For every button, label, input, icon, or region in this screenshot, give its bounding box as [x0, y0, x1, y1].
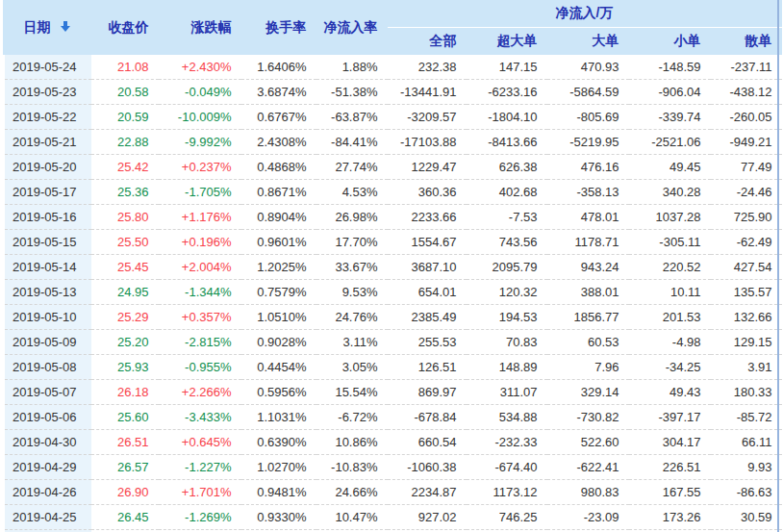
table-row[interactable]: 2019-05-2122.88-9.992%2.4308%-84.41%-171… [3, 130, 782, 155]
cell-close: 26.51 [91, 430, 159, 455]
cell-close: 26.18 [91, 380, 159, 405]
cell-super-large: -8413.66 [467, 130, 547, 155]
cell-super-large: 120.32 [467, 280, 547, 305]
cell-turnover: 3.6874% [241, 80, 316, 105]
cell-all: 2233.66 [388, 205, 467, 230]
cell-close: 21.08 [91, 55, 159, 80]
table-row[interactable]: 2019-05-1425.45+2.004%1.2025%33.67%3687.… [3, 255, 782, 280]
table-row[interactable]: 2019-05-0925.20-2.815%0.9028%3.11%255.53… [3, 330, 782, 355]
table-row[interactable]: 2019-04-2626.90+1.701%0.9481%24.66%2234.… [3, 480, 782, 505]
cell-large: 1856.77 [547, 305, 629, 330]
cell-change: +0.357% [159, 305, 241, 330]
cell-super-large: 2095.79 [467, 255, 547, 280]
table-row[interactable]: 2019-05-2220.59-10.009%0.6767%-63.87%-32… [3, 105, 782, 130]
table-row[interactable]: 2019-05-0726.18+2.266%0.5956%15.54%869.9… [3, 380, 782, 405]
cell-small: 173.26 [629, 505, 711, 530]
column-header-date[interactable]: 日期 [3, 0, 91, 55]
column-header-large[interactable]: 大单 [547, 28, 629, 56]
table-row[interactable]: 2019-05-1025.29+0.357%1.0510%24.76%2385.… [3, 305, 782, 330]
cell-super-large: 194.53 [467, 305, 547, 330]
cell-inflow-rate: 17.70% [316, 230, 388, 255]
cell-super-large: 626.38 [467, 155, 547, 180]
cell-large: 943.24 [547, 255, 629, 280]
table-row[interactable]: 2019-05-2320.58-0.049%3.6874%-51.38%-134… [3, 80, 782, 105]
table-row[interactable]: 2019-04-2526.45-1.269%0.9330%10.47%927.0… [3, 505, 782, 530]
table-row[interactable]: 2019-05-1725.36-1.705%0.8671%4.53%360.36… [3, 180, 782, 205]
cell-super-large: 743.56 [467, 230, 547, 255]
cell-inflow-rate: -51.38% [316, 80, 388, 105]
cell-small: 167.55 [629, 480, 711, 505]
cell-close: 25.45 [91, 255, 159, 280]
cell-date: 2019-05-20 [3, 155, 91, 180]
cell-change: +1.176% [159, 205, 241, 230]
table-row[interactable]: 2019-04-2926.57-1.227%1.0270%-10.83%-106… [3, 455, 782, 480]
cell-inflow-rate: 26.98% [316, 205, 388, 230]
cell-date: 2019-05-15 [3, 230, 91, 255]
cell-inflow-rate: 33.67% [316, 255, 388, 280]
cell-large: 522.60 [547, 430, 629, 455]
cell-super-large: 534.88 [467, 405, 547, 430]
cell-all: 654.01 [388, 280, 467, 305]
cell-scattered: 180.33 [711, 380, 782, 405]
cell-all: -13441.91 [388, 80, 467, 105]
cell-date: 2019-04-26 [3, 480, 91, 505]
table-row[interactable]: 2019-05-0625.60-3.433%1.1031%-6.72%-678.… [3, 405, 782, 430]
cell-large: 980.83 [547, 480, 629, 505]
cell-super-large: 746.25 [467, 505, 547, 530]
cell-change: -0.955% [159, 355, 241, 380]
table-row[interactable]: 2019-04-3026.51+0.645%0.6390%10.86%660.5… [3, 430, 782, 455]
cell-large: -805.69 [547, 105, 629, 130]
column-header-change[interactable]: 涨跌幅 [159, 0, 241, 55]
cell-small: -339.74 [629, 105, 711, 130]
cell-small: -906.04 [629, 80, 711, 105]
cell-all: 927.02 [388, 505, 467, 530]
cell-inflow-rate: 24.66% [316, 480, 388, 505]
cell-scattered: -24.46 [711, 180, 782, 205]
cell-date: 2019-05-13 [3, 280, 91, 305]
cell-close: 25.50 [91, 230, 159, 255]
column-header-super-large[interactable]: 超大单 [467, 28, 547, 56]
cell-small: 220.52 [629, 255, 711, 280]
cell-small: -305.11 [629, 230, 711, 255]
cell-inflow-rate: -10.83% [316, 455, 388, 480]
fund-flow-data-table: 日期 收盘价 涨跌幅 换手率 净流入率 净流入/万 全部 超大单 大单 小单 散… [0, 0, 782, 532]
cell-super-large: 311.07 [467, 380, 547, 405]
cell-small: 340.28 [629, 180, 711, 205]
cell-change: -10.009% [159, 105, 241, 130]
cell-small: -148.59 [629, 55, 711, 80]
cell-inflow-rate: 1.88% [316, 55, 388, 80]
column-header-small[interactable]: 小单 [629, 28, 711, 56]
table-row[interactable]: 2019-05-0825.93-0.955%0.4454%3.05%126.51… [3, 355, 782, 380]
column-header-date-label: 日期 [24, 19, 51, 35]
table-row[interactable]: 2019-05-1324.95-1.344%0.7579%9.53%654.01… [3, 280, 782, 305]
window-right-border [777, 0, 779, 532]
cell-super-large: -232.33 [467, 430, 547, 455]
cell-small: 201.53 [629, 305, 711, 330]
cell-inflow-rate: 9.53% [316, 280, 388, 305]
column-header-scattered[interactable]: 散单 [711, 28, 782, 56]
cell-turnover: 0.7579% [241, 280, 316, 305]
column-header-inflow-rate[interactable]: 净流入率 [316, 0, 388, 55]
sort-descending-icon[interactable] [61, 21, 70, 33]
cell-scattered: 129.15 [711, 330, 782, 355]
cell-small: 304.17 [629, 430, 711, 455]
cell-change: -0.049% [159, 80, 241, 105]
column-header-close[interactable]: 收盘价 [91, 0, 159, 55]
table-row[interactable]: 2019-05-2025.42+0.237%0.4868%27.74%1229.… [3, 155, 782, 180]
cell-inflow-rate: 10.86% [316, 430, 388, 455]
table-row[interactable]: 2019-05-1525.50+0.196%0.9601%17.70%1554.… [3, 230, 782, 255]
table-row[interactable]: 2019-05-1625.80+1.176%0.8904%26.98%2233.… [3, 205, 782, 230]
cell-change: -1.269% [159, 505, 241, 530]
cell-date: 2019-05-24 [3, 55, 91, 80]
cell-large: 478.01 [547, 205, 629, 230]
table-body: 2019-05-2421.08+2.430%1.6406%1.88%232.38… [3, 55, 782, 532]
cell-change: +0.645% [159, 430, 241, 455]
cell-date: 2019-05-16 [3, 205, 91, 230]
column-header-all[interactable]: 全部 [388, 28, 467, 56]
column-header-turnover[interactable]: 换手率 [241, 0, 316, 55]
cell-turnover: 0.9481% [241, 480, 316, 505]
cell-turnover: 0.8671% [241, 180, 316, 205]
cell-close: 26.90 [91, 480, 159, 505]
cell-close: 26.57 [91, 455, 159, 480]
table-row[interactable]: 2019-05-2421.08+2.430%1.6406%1.88%232.38… [3, 55, 782, 80]
